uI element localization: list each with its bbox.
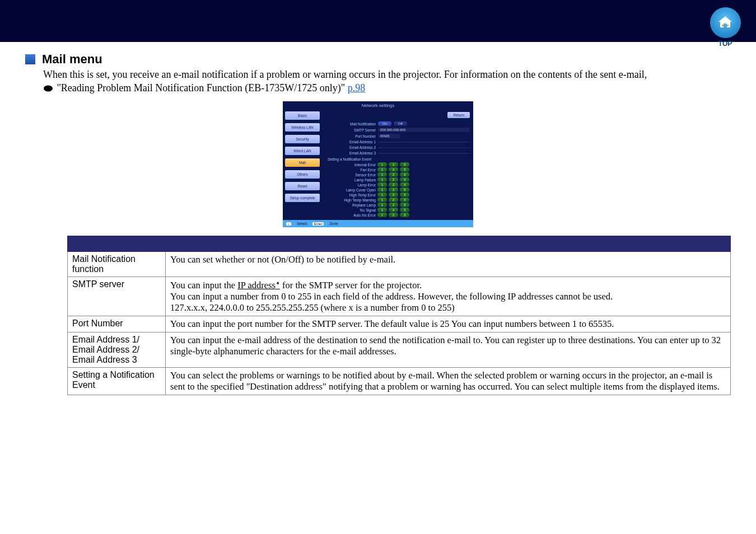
lbl-e1: Email Address 1 [325, 140, 376, 144]
return-button[interactable]: Return [447, 112, 470, 118]
ev-lampfail: Lamp Failure [325, 178, 376, 182]
side-btn-others[interactable]: Others [285, 170, 320, 179]
settings-table: Mail Notification function You can set w… [67, 236, 731, 395]
chk[interactable]: 2 [389, 162, 398, 167]
footer-key-select: ↕ [286, 222, 291, 226]
chk[interactable]: 2 [389, 167, 398, 172]
val-port[interactable]: 00025 [378, 134, 400, 138]
ev-hterr: High Temp Error [325, 193, 376, 197]
chk[interactable]: 1 [377, 213, 387, 217]
lbl-mailnotif: Mail Notification [325, 122, 376, 126]
ev-htwarn: High Temp Warning [325, 198, 376, 202]
ev-cover: Lamp Cover Open [325, 188, 376, 192]
lbl-e3: Email Address 3 [325, 151, 376, 155]
lbl-e2: Email Address 2 [325, 146, 376, 149]
ev-internal: Internal Error [325, 163, 376, 167]
side-btn-mail[interactable]: Mail [285, 158, 320, 167]
val-e1[interactable] [378, 142, 470, 143]
chk[interactable]: 1 [377, 188, 387, 192]
chk[interactable]: 3 [400, 167, 409, 172]
page-link[interactable]: p.98 [348, 82, 366, 93]
chk[interactable]: 3 [400, 177, 409, 182]
chk[interactable]: 2 [389, 177, 398, 182]
top-button[interactable] [710, 7, 741, 38]
ev-lamperr: Lamp Error [325, 183, 376, 187]
cell-label: Setting a Notification Event [68, 367, 166, 395]
footer-done: Done [329, 222, 338, 226]
chk[interactable]: 2 [389, 172, 398, 177]
chk[interactable]: 3 [400, 162, 409, 167]
ev-fan: Fan Error [325, 168, 376, 172]
chk[interactable]: 1 [377, 203, 387, 207]
footer-select: Select [297, 222, 307, 226]
chk[interactable]: 2 [389, 208, 398, 212]
glossary-term[interactable]: IP address➧ [237, 280, 280, 291]
svg-rect-2 [727, 25, 729, 26]
cell-desc: You can input the port number for the SM… [166, 316, 731, 332]
chk[interactable]: 3 [400, 213, 409, 217]
val-e2[interactable] [378, 147, 470, 148]
chk[interactable]: 1 [377, 167, 387, 172]
cell-label: Port Number [68, 316, 166, 332]
page-content: Mail menu When this is set, you receive … [0, 42, 756, 395]
chk[interactable]: 3 [400, 182, 409, 187]
chk[interactable]: 2 [389, 213, 398, 217]
shot-footer: ↕ Select Enter Done [283, 220, 473, 227]
table-header-row [68, 236, 731, 252]
intro-line2: "Reading Problem Mail Notification Funct… [57, 82, 348, 93]
footer-key-done: Enter [312, 222, 324, 226]
table-row: Setting a Notification Event You can sel… [68, 367, 731, 395]
cell-label: SMTP server [68, 277, 166, 316]
chk[interactable]: 1 [377, 198, 387, 202]
chk[interactable]: 3 [400, 208, 409, 212]
cell-desc: You can set whether or not (On/Off) to b… [166, 252, 731, 277]
lbl-smtp: SMTP Server [325, 128, 376, 132]
side-btn-reset[interactable]: Reset [285, 182, 320, 190]
chk[interactable]: 3 [400, 198, 409, 202]
chk[interactable]: 1 [377, 162, 387, 167]
val-smtp[interactable]: 000.000.000.000 [378, 128, 470, 132]
chk[interactable]: 3 [400, 188, 409, 192]
cell-desc: You can input the IP address➧ for the SM… [166, 277, 731, 316]
section-heading: Mail menu [42, 52, 102, 67]
cell-label: Email Address 1/ Email Address 2/ Email … [68, 332, 166, 367]
cell-desc: You can input the e-mail address of the … [166, 332, 731, 367]
svg-marker-0 [718, 16, 732, 27]
svg-rect-1 [722, 25, 724, 26]
side-btn-security[interactable]: Security [285, 135, 320, 143]
table-row: Email Address 1/ Email Address 2/ Email … [68, 332, 731, 367]
ev-nosig: No Signal [325, 208, 376, 212]
chk[interactable]: 2 [389, 193, 398, 197]
chk[interactable]: 1 [377, 177, 387, 182]
chk[interactable]: 1 [377, 182, 387, 187]
side-btn-wlan[interactable]: Wireless LAN [285, 123, 320, 132]
opt-off[interactable]: Off [394, 121, 407, 126]
chk[interactable]: 1 [377, 208, 387, 212]
chk[interactable]: 3 [400, 203, 409, 207]
section-bullet-icon [25, 54, 35, 64]
cell-desc: You can select the problems or warnings … [166, 367, 731, 395]
ev-sensor: Sensor Error [325, 173, 376, 177]
heading-row: Mail menu [25, 52, 731, 67]
chk[interactable]: 3 [400, 193, 409, 197]
chk[interactable]: 3 [400, 172, 409, 177]
intro-line1: When this is set, you receive an e-mail … [43, 69, 647, 80]
top-button-wrap: TOP [697, 6, 753, 39]
side-btn-wired[interactable]: Wired LAN [285, 147, 320, 155]
side-btn-complete[interactable]: Setup complete [285, 194, 320, 202]
table-row: SMTP server You can input the IP address… [68, 277, 731, 316]
table-row: Mail Notification function You can set w… [68, 252, 731, 277]
home-icon [717, 15, 734, 30]
chk[interactable]: 1 [377, 193, 387, 197]
table-row: Port Number You can input the port numbe… [68, 316, 731, 332]
chk[interactable]: 2 [389, 198, 398, 202]
svg-point-3 [44, 86, 53, 92]
chk[interactable]: 2 [389, 203, 398, 207]
chk[interactable]: 2 [389, 182, 398, 187]
side-btn-basic[interactable]: Basic [285, 111, 320, 120]
opt-on[interactable]: On [378, 121, 391, 126]
top-label: TOP [697, 40, 753, 48]
chk[interactable]: 2 [389, 188, 398, 192]
chk[interactable]: 1 [377, 172, 387, 177]
val-e3[interactable] [378, 153, 470, 154]
